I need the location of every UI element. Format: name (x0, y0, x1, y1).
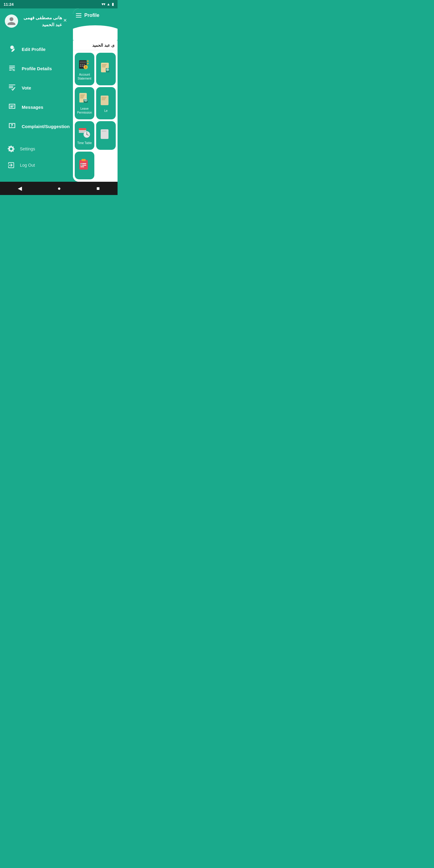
signal-icon: ▲ (107, 2, 110, 6)
profile-username: ى عبد الحميد (73, 40, 118, 50)
svg-rect-15 (102, 67, 105, 67)
svg-rect-44 (81, 166, 84, 167)
checklist-icon (78, 158, 91, 171)
right-panel: Profile ى عبد الحميد (73, 8, 118, 182)
bottom-menu: Settings Log Out (5, 141, 68, 176)
menu-item-complaint[interactable]: Complaint/Suggestion (5, 117, 68, 135)
svg-rect-18 (107, 69, 108, 70)
svg-marker-9 (87, 63, 89, 65)
complaint-icon (7, 121, 17, 131)
svg-rect-43 (81, 165, 86, 166)
user-name: هانى مصطفى فهمى عبد الحميد (21, 14, 62, 28)
svg-rect-20 (80, 95, 85, 95)
time-table-icon (78, 126, 91, 139)
vote-label: Vote (22, 85, 31, 90)
svg-rect-14 (102, 65, 106, 66)
svg-rect-28 (101, 97, 106, 98)
svg-rect-30 (101, 99, 105, 100)
messages-icon (7, 102, 17, 112)
card-leave-permission[interactable]: LeavePermission (75, 87, 94, 120)
svg-rect-1 (80, 61, 86, 63)
card-partial-1[interactable]: Le (96, 87, 116, 120)
placeholder-1-icon (99, 61, 113, 75)
vote-icon (7, 83, 17, 93)
menu-item-settings[interactable]: Settings (5, 141, 68, 156)
leave-permission-label: LeavePermission (77, 107, 92, 115)
svg-rect-3 (82, 64, 83, 65)
home-button[interactable]: ● (52, 183, 67, 194)
card-partial-2[interactable] (96, 121, 116, 150)
back-button[interactable]: ◀ (12, 183, 28, 194)
svg-rect-33 (79, 128, 87, 130)
card-placeholder-1[interactable] (96, 53, 116, 85)
svg-rect-23 (80, 98, 84, 98)
profile-title: Profile (84, 13, 99, 18)
drawer-container: هانى مصطفى فهمى عبد الحميد × Edit Profil… (0, 8, 118, 182)
svg-rect-6 (82, 66, 83, 67)
account-statement-label: AccountStatement (78, 73, 92, 81)
wifi-icon: ▾▾ (101, 2, 105, 6)
svg-rect-22 (80, 97, 84, 97)
svg-rect-39 (101, 131, 106, 131)
settings-label: Settings (20, 147, 35, 151)
profile-header: Profile (73, 8, 118, 22)
svg-rect-13 (102, 64, 107, 65)
svg-marker-8 (87, 60, 89, 62)
user-header: هانى مصطفى فهمى عبد الحميد × (5, 14, 68, 28)
edit-profile-label: Edit Profile (22, 47, 45, 52)
cards-grid: $ AccountStatement (73, 50, 118, 182)
status-bar: 11:24 ▾▾ ▲ ▮ (0, 0, 118, 8)
svg-rect-41 (82, 159, 86, 161)
wave-decoration (73, 22, 118, 40)
user-icon (7, 16, 16, 26)
menu-item-messages[interactable]: Messages (5, 98, 68, 116)
menu-item-vote[interactable]: Vote (5, 79, 68, 97)
card-checklist[interactable] (75, 152, 94, 180)
svg-rect-27 (101, 96, 108, 105)
account-statement-icon: $ (78, 58, 91, 71)
logout-icon (7, 161, 15, 169)
menu-item-edit-profile[interactable]: Edit Profile (5, 40, 68, 58)
complaint-label: Complaint/Suggestion (22, 124, 70, 129)
menu-item-logout[interactable]: Log Out (5, 158, 68, 173)
svg-rect-38 (101, 129, 108, 139)
svg-rect-4 (84, 64, 85, 65)
edit-profile-icon (7, 44, 17, 54)
time: 11:24 (4, 2, 13, 7)
logout-label: Log Out (20, 163, 35, 167)
status-icons: ▾▾ ▲ ▮ (101, 2, 114, 6)
profile-details-icon (7, 64, 17, 73)
svg-rect-2 (80, 64, 81, 65)
menu-item-profile-details[interactable]: Profile Details (5, 59, 68, 78)
card-time-table[interactable]: Time Table (75, 121, 94, 150)
partial-2-icon (99, 128, 113, 141)
sidebar: هانى مصطفى فهمى عبد الحميد × Edit Profil… (0, 8, 73, 182)
time-table-label: Time Table (77, 141, 92, 145)
card-account-statement[interactable]: $ AccountStatement (75, 53, 94, 85)
svg-rect-5 (80, 66, 81, 67)
menu-items: Edit Profile Profile Details Vote (5, 40, 68, 135)
nav-bar: ◀ ● ■ (0, 182, 118, 195)
profile-details-label: Profile Details (22, 66, 52, 71)
svg-rect-42 (81, 163, 86, 164)
svg-rect-26 (85, 100, 87, 101)
settings-icon (7, 145, 15, 153)
user-info: هانى مصطفى فهمى عبد الحميد (5, 14, 62, 28)
avatar (5, 14, 18, 28)
messages-label: Messages (22, 104, 43, 110)
close-button[interactable]: × (62, 16, 68, 25)
svg-text:$: $ (85, 66, 87, 69)
recent-button[interactable]: ■ (90, 183, 106, 194)
leave-permission-icon (78, 92, 91, 105)
svg-rect-29 (101, 98, 106, 99)
svg-rect-21 (80, 96, 84, 96)
partial-1-label: Le (104, 109, 107, 113)
partial-1-icon (99, 94, 113, 107)
battery-icon: ▮ (112, 2, 114, 6)
hamburger-icon[interactable] (76, 13, 82, 18)
